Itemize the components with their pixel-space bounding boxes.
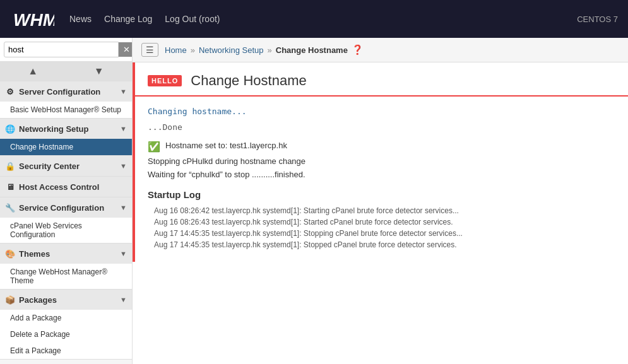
sidebar-item-edit-package[interactable]: Edit a Package: [0, 343, 132, 359]
stop-cphulkd-line: Stopping cPHulkd during hostname change: [148, 156, 615, 166]
scroll-arrows: ▲ ▼: [0, 62, 132, 81]
log-entry-3: Aug 17 14:45:35 test.layercp.hk systemd[…: [148, 240, 615, 249]
search-input[interactable]: [4, 42, 119, 57]
hello-badge: HELLO: [148, 75, 182, 86]
chevron-down-icon: ▼: [120, 88, 127, 95]
sidebar-section-label-networking: Networking Setup: [19, 124, 89, 134]
hostname-set-line: ✅ Hostname set to: test1.layercp.hk: [148, 141, 615, 153]
sidebar: ✕ ▲ ▼ ⚙ Server Configuration ▼ Basic Web…: [0, 38, 133, 364]
chevron-down-icon-5: ▼: [120, 250, 127, 257]
server-config-icon: ⚙: [5, 86, 15, 97]
scroll-up-button[interactable]: ▲: [0, 62, 66, 81]
sidebar-section-label-service-config: Service Configuration: [19, 203, 104, 213]
breadcrumb: ☰ Home » Networking Setup » Change Hostn…: [133, 38, 628, 62]
news-link[interactable]: News: [69, 14, 92, 24]
log-entry-1: Aug 16 08:26:43 test.layercp.hk systemd[…: [148, 218, 615, 226]
hostname-set-text: Hostname set to: test1.layercp.hk: [165, 141, 287, 150]
changing-hostname-text: Changing hostname...: [148, 107, 615, 116]
sidebar-item-cpanel-webservices[interactable]: cPanel Web Services Configuration: [0, 218, 132, 243]
done-text: ...Done: [148, 122, 615, 132]
centos-label: CENTOS 7: [577, 15, 618, 24]
breadcrumb-networking[interactable]: Networking Setup: [199, 45, 264, 55]
sidebar-section-label-host-access: Host Access Control: [19, 182, 99, 192]
breadcrumb-current: Change Hostname: [276, 45, 348, 55]
sidebar-section-header-packages[interactable]: 📦 Packages ▼: [0, 290, 132, 310]
startup-log-title: Startup Log: [148, 189, 615, 200]
content-body: Changing hostname... ...Done ✅ Hostname …: [135, 97, 628, 262]
chevron-down-icon-3: ▼: [120, 162, 127, 170]
networking-icon: 🌐: [5, 124, 15, 134]
main-content: ☰ Home » Networking Setup » Change Hostn…: [133, 38, 628, 364]
chevron-down-icon-2: ▼: [120, 125, 127, 132]
log-entry-2: Aug 17 14:45:35 test.layercp.hk systemd[…: [148, 229, 615, 238]
sidebar-section-packages: 📦 Packages ▼ Add a Package Delete a Pack…: [0, 290, 132, 360]
breadcrumb-sep-2: »: [268, 45, 272, 55]
svg-text:WHM: WHM: [13, 10, 54, 30]
themes-icon: 🎨: [5, 249, 15, 259]
clear-search-button[interactable]: ✕: [119, 42, 133, 57]
sidebar-section-server-config: ⚙ Server Configuration ▼ Basic WebHost M…: [0, 81, 132, 119]
scroll-down-button[interactable]: ▼: [66, 62, 133, 81]
waiting-text: Waiting for “cphulkd” to stop ..........…: [148, 170, 305, 179]
sidebar-section-label-server-config: Server Configuration: [19, 87, 100, 97]
sidebar-section-networking: 🌐 Networking Setup ▼ Change Hostname: [0, 119, 132, 156]
breadcrumb-home[interactable]: Home: [165, 45, 187, 55]
sidebar-section-host-access: 🖥 Host Access Control: [0, 177, 132, 197]
host-access-icon: 🖥: [5, 182, 15, 192]
sidebar-section-security: 🔒 Security Center ▼: [0, 156, 132, 177]
sidebar-section-header-server-config[interactable]: ⚙ Server Configuration ▼: [0, 81, 132, 102]
search-bar: ✕: [0, 38, 132, 62]
chevron-down-icon-6: ▼: [120, 296, 127, 303]
packages-icon: 📦: [5, 295, 15, 305]
sidebar-section-header-service-config[interactable]: 🔧 Service Configuration ▼: [0, 197, 132, 218]
chevron-down-icon-4: ▼: [120, 204, 127, 211]
sidebar-section-label-security: Security Center: [19, 161, 80, 171]
back-button[interactable]: ☰: [141, 43, 158, 57]
sidebar-section-themes: 🎨 Themes ▼ Change WebHost Manager® Theme: [0, 244, 132, 290]
sidebar-item-delete-package[interactable]: Delete a Package: [0, 326, 132, 343]
top-nav: WHM News Change Log Log Out (root) CENTO…: [0, 0, 628, 38]
security-icon: 🔒: [5, 161, 15, 171]
sidebar-item-basic-webhost[interactable]: Basic WebHost Manager® Setup: [0, 102, 132, 118]
startup-log: Startup Log Aug 16 08:26:42 test.layercp…: [148, 189, 615, 249]
check-icon: ✅: [148, 141, 160, 153]
breadcrumb-sep-1: »: [191, 45, 195, 55]
sidebar-item-change-hostname[interactable]: Change Hostname: [0, 139, 132, 155]
sidebar-section-header-networking[interactable]: 🌐 Networking Setup ▼: [0, 119, 132, 139]
help-icon[interactable]: ❓: [352, 44, 364, 56]
changelog-link[interactable]: Change Log: [104, 14, 152, 24]
sidebar-section-header-security[interactable]: 🔒 Security Center ▼: [0, 156, 132, 176]
sidebar-section-label-packages: Packages: [19, 295, 57, 305]
sidebar-section-label-themes: Themes: [19, 249, 50, 259]
sidebar-section-header-themes[interactable]: 🎨 Themes ▼: [0, 244, 132, 264]
stop-cphulkd-text: Stopping cPHulkd during hostname change: [148, 156, 305, 166]
sidebar-section-service-config: 🔧 Service Configuration ▼ cPanel Web Ser…: [0, 197, 132, 244]
logout-link[interactable]: Log Out (root): [165, 14, 220, 24]
waiting-line: Waiting for “cphulkd” to stop ..........…: [148, 170, 615, 179]
logo: WHM: [10, 6, 54, 32]
service-config-icon: 🔧: [5, 203, 15, 213]
page-header: HELLO Change Hostname: [135, 62, 628, 97]
sidebar-item-add-package[interactable]: Add a Package: [0, 310, 132, 326]
page-title: Change Hostname: [191, 73, 306, 89]
log-entry-0: Aug 16 08:26:42 test.layercp.hk systemd[…: [148, 206, 615, 215]
sidebar-section-header-host-access[interactable]: 🖥 Host Access Control: [0, 177, 132, 197]
sidebar-item-change-whm-theme[interactable]: Change WebHost Manager® Theme: [0, 264, 132, 289]
content-wrapper: HELLO Change Hostname Changing hostname.…: [133, 62, 628, 262]
